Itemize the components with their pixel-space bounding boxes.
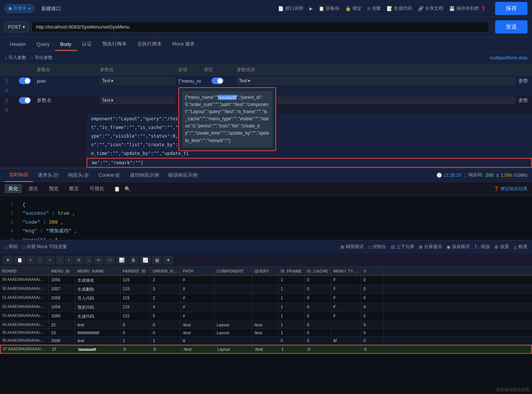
db-tool-trash[interactable]: 🗑 — [129, 256, 138, 264]
gen-code-btn[interactable]: 📝 生成代码 — [387, 5, 412, 12]
table-row-highlighted[interactable]: 97 AAAElWAA8AAAAc3AAA… 27 taaaaaatt 0 0 … — [0, 345, 532, 354]
param-action-2[interactable]: ⚙ — [5, 107, 16, 113]
copy-btn[interactable]: 📋 — [114, 186, 120, 192]
toggle-2[interactable] — [19, 97, 31, 104]
url-input[interactable] — [32, 21, 489, 32]
db-tool-search[interactable]: ⌕ — [85, 256, 93, 264]
drag-handle-2[interactable]: ☰ — [5, 98, 16, 103]
tab-query[interactable]: Query — [31, 38, 55, 51]
view-btn-assert[interactable]: 断言 — [65, 184, 83, 193]
backup-btn[interactable]: 📋 回备份 — [319, 5, 339, 12]
split-h-btn[interactable]: ⊟ 上下分屏 — [391, 244, 414, 250]
db-tool-down[interactable]: ↓ — [56, 256, 64, 264]
resp-tab-error-example[interactable]: 错误响应示例 — [164, 169, 202, 182]
new-interface-btn[interactable]: 新建接口 — [38, 4, 64, 14]
param-action-1[interactable]: ⚙ — [5, 88, 16, 93]
search-btn[interactable]: 🔍 — [125, 186, 131, 192]
tab-body[interactable]: Body — [55, 38, 77, 51]
db-tool-chart2[interactable]: 📈 — [140, 256, 151, 264]
type-select-1[interactable]: Text ▾ — [100, 77, 175, 85]
resp-tab-realtime[interactable]: 实时响应 — [5, 168, 33, 182]
json-dropdown-content: {"menu_name":"taaaaaatt","parent_id":0,"… — [182, 91, 272, 147]
table-row[interactable]: 94 AAAElWAA8AAAAc1ABT… 22 test 0 0 /test… — [0, 321, 532, 329]
table-row[interactable]: 92 AAAElWAA8AAAAc1ABR… 1059 预览代码 115 4 #… — [0, 303, 532, 312]
save-archive-btn[interactable]: 💾 保存并归档 ❓ — [449, 5, 486, 12]
table-row[interactable]: 89 AAAElWAA8AAAAc1ABO… 1056 生成修改 115 2 #… — [0, 276, 532, 285]
toggle-1[interactable] — [19, 77, 31, 84]
db-tool-refresh[interactable]: ↺ — [74, 256, 83, 264]
required-toggle-1[interactable] — [211, 77, 223, 84]
resp-tab-response-headers[interactable]: 响应头3 — [64, 169, 94, 182]
param-desc-1[interactable] — [518, 78, 527, 84]
view-btn-raw[interactable]: 原生 — [25, 184, 42, 193]
type-display-1[interactable]: Text ▾ — [237, 77, 515, 85]
play-icon[interactable]: ▶ — [309, 6, 313, 11]
settings-icon: ⚙ — [494, 244, 499, 250]
cell-query — [252, 303, 278, 312]
tab-header[interactable]: Header — [5, 38, 31, 51]
save-btn[interactable]: 保存 — [495, 2, 527, 15]
view-btn-beautify[interactable]: 美化 — [5, 184, 22, 193]
check-btn[interactable]: △ 检查 — [514, 244, 527, 250]
tab-mock[interactable]: Mock 服务 — [167, 37, 201, 51]
param-name-2[interactable] — [37, 98, 97, 103]
resp-tab-success-example[interactable]: 成功响应示例 — [125, 169, 164, 182]
mock-vars-btn[interactable]: □ 内置 Mock 字段变量 — [22, 244, 67, 250]
send-btn[interactable]: 发送 — [495, 20, 527, 33]
resp-tab-cookie[interactable]: Cookie0 — [94, 169, 125, 181]
db-tool-dropdown[interactable]: ▼ — [3, 256, 13, 264]
view-btn-visual[interactable]: 可视化 — [86, 184, 108, 193]
db-tool-delete[interactable]: − — [36, 256, 44, 264]
tab-post-script[interactable]: 后执行脚本 — [132, 37, 167, 51]
settings-btn[interactable]: ⚙ 设置 — [494, 244, 509, 250]
collapse-icon: T↓ — [474, 244, 479, 250]
db-tool-more[interactable]: ▼ — [163, 256, 173, 264]
resp-tab-request-headers[interactable]: 请求头7 — [33, 169, 64, 182]
interface-doc-btn[interactable]: 📄 接口说明 — [278, 5, 303, 12]
db-tool-grid[interactable]: ▦ — [152, 256, 162, 264]
db-tool-add[interactable]: + — [27, 256, 35, 264]
param-value-1[interactable] — [178, 78, 201, 84]
gray-mode-btn[interactable]: ◉ 深灰模式 — [447, 244, 470, 250]
db-tool-chart1[interactable]: 📊 — [116, 256, 127, 264]
cell-visible: 0 — [361, 329, 384, 336]
table-row[interactable]: 95 AAAElWAA8AAAAc1ABU… 23 tttttttttttttt… — [0, 329, 532, 337]
dev-badge[interactable]: 开发中 ▾ — [5, 4, 35, 13]
cell-visible: 0 — [361, 285, 384, 294]
check-icon: △ — [514, 244, 517, 250]
db-tool-clipboard[interactable]: 📋 — [14, 256, 25, 264]
table-row[interactable]: 93 AAAElWAA8AAAAc1ABS… 1060 生成代码 115 5 #… — [0, 312, 532, 321]
method-select[interactable]: POST ▾ — [5, 21, 29, 32]
type-select-2[interactable]: Text ▾ — [100, 97, 175, 104]
db-tool-up[interactable]: ↑ — [65, 256, 73, 264]
tab-auth[interactable]: 认证 — [77, 37, 97, 51]
param-desc-2[interactable] — [518, 98, 527, 103]
db-tool-confirm[interactable]: ✓ — [46, 256, 55, 264]
export-params-btn[interactable]: ↑ 导出参数 — [31, 55, 53, 61]
control-btn[interactable]: □ 控制台 — [368, 244, 386, 250]
table-row[interactable]: 96 AAAElWAA8AAAAc2AAA… 2006 test 1 1 tt … — [0, 337, 532, 345]
share-doc-btn[interactable]: 🔗 分享文档 — [418, 5, 443, 12]
table-row[interactable]: 91 AAAElWAA8AAAAc1ABQ… 1058 导入代码 115 2 #… — [0, 294, 532, 303]
type-label-2: Text — [102, 98, 110, 103]
cell-isframe: 1 — [278, 294, 305, 303]
view-btn-preview[interactable]: 预览 — [45, 184, 62, 193]
collapse-btn[interactable]: T↓ 缩放 — [474, 244, 490, 250]
lock-btn[interactable]: 🔒 锁定 — [345, 5, 362, 12]
param-name-1[interactable] — [37, 78, 97, 84]
db-tool-export[interactable]: ↑□ — [105, 256, 115, 264]
cell-isframe: 1 — [278, 329, 305, 336]
json-continuation-2: t","is_frame":"","is_cache":"","menu_t — [87, 123, 532, 132]
bind-results-btn[interactable]: ❓ 绑定响应结果 — [494, 186, 527, 192]
simple-mode-btn[interactable]: ⊞ 精简模式 — [340, 244, 364, 250]
help-btn[interactable]: □ 帮助 — [5, 244, 18, 250]
resp-duration: 1.09s — [500, 172, 512, 178]
type-display-2[interactable]: Text ▾ — [237, 97, 515, 104]
table-row[interactable]: 90 AAAElWAA8AAAAc1ABP… 1057 生成删除 115 3 #… — [0, 285, 532, 294]
tab-pre-script[interactable]: 预执行脚本 — [97, 37, 132, 51]
split-v-btn[interactable]: ⊞ 分屏显示 — [419, 244, 442, 250]
drag-handle-1[interactable]: ☰ — [5, 78, 16, 84]
import-params-btn[interactable]: ↓ 导入参数 — [5, 55, 26, 61]
db-tool-edit[interactable]: ✏ — [94, 256, 103, 264]
clone-btn[interactable]: ⎘ 克隆 — [368, 5, 381, 12]
